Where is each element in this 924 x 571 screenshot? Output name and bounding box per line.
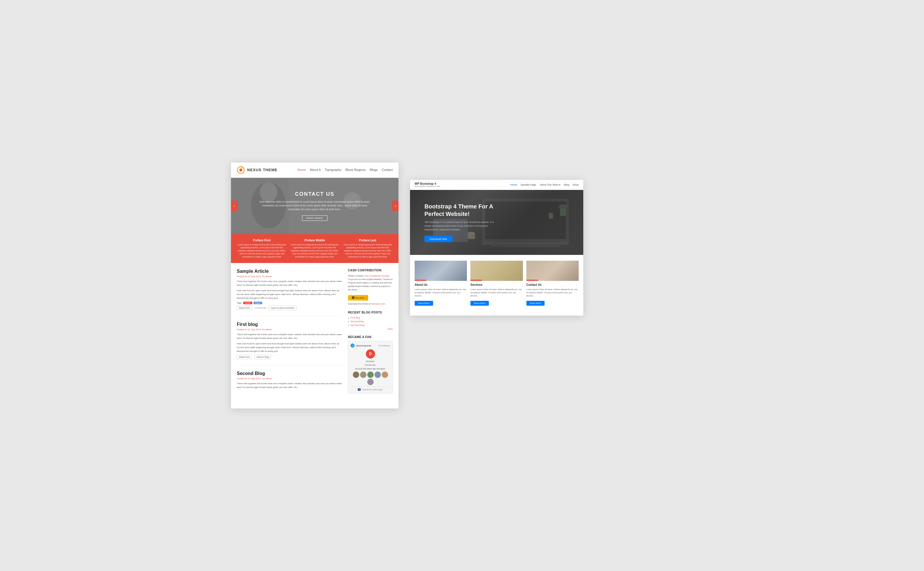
fan-name: Devsaran [351,360,390,362]
nexus-navbar: NEXUS THEME Home About ▾ Typography Bloc… [231,162,399,178]
article-2-meta: Posted on 27 July 2013 By admin [237,328,342,331]
fan-box: t @saranquards 154 followers D Devsaran … [348,341,393,394]
wp-card-img-1 [415,261,467,281]
devsaran-link[interactable]: Devsaran.com [371,302,385,305]
fan-footer-text: Facebook social plugin [362,389,383,390]
fan-avatar-4 [374,372,381,378]
nav-contact[interactable]: Contact [382,168,393,172]
fan-avatar-5 [382,372,388,378]
article-1-actions: Read more 3 comments Log in to post comm… [237,306,342,310]
fan-avatar-1 [353,372,359,378]
recent-post-3: My Third Blog [348,324,393,327]
nav-typography[interactable]: Typography [325,168,341,172]
recent-posts-widget: RECENT BLOG POSTS First blog Second Blog… [348,311,393,330]
wp-hero-title: Bootstrap 4 Theme For A Perfect Website! [425,203,494,218]
nexus-feature-bar: Preface First Lorem Ipsum is simply dumm… [231,234,399,263]
recent-post-2: Second Blog [348,320,393,323]
fan-avatars [351,372,390,385]
wp-card-body-2: Lorem ipsum dolor sit amet, dellunt aliq… [470,288,523,298]
wp-brand-container: WP Bootstrap 4 Just another WordPress si… [415,182,440,187]
wp-navbar: WP Bootstrap 4 Just another WordPress si… [410,180,583,190]
wp-nav-abouttests[interactable]: About The Tests ▾ [540,183,561,186]
right-screen: WP Bootstrap 4 Just another WordPress si… [410,180,583,315]
feature-title-1: Preface First [237,239,287,242]
cash-widget: CASH CONTRIBUTION Please consider Cash C… [348,269,393,306]
feature-item-1: Preface First Lorem Ipsum is simply dumm… [237,239,287,259]
fan-followers: 154 followers [378,345,390,347]
wp-hero: Bootstrap 4 Theme For A Perfect Website!… [410,190,583,255]
tag-ipsum: ipsum [253,302,263,304]
nexus-logo-icon [237,166,245,174]
wp-nav-home[interactable]: Home [510,183,517,186]
wp-nav-shop[interactable]: Shop [573,183,579,186]
cash-widget-title: CASH CONTRIBUTION [348,269,393,272]
feature-body-1: Lorem Ipsum is simply dummy text of the … [237,243,287,259]
feature-body-2: Lorem Ipsum is simply dummy text of the … [290,243,340,259]
wp-download-button[interactable]: Download Now [425,236,453,242]
recent-posts-list: First blog Second Blog My Third Blog [348,316,393,327]
wp-card-title-2: Services [470,283,523,286]
hero-content: CONTACT US Duis aute irure dolor in repr… [256,191,373,221]
left-screen: NEXUS THEME Home About ▾ Typography Bloc… [231,162,399,409]
nexus-hero-slider: CONTACT US Duis aute irure dolor in repr… [231,178,399,234]
fan-widget: BECAME A FAN t @saranquards 154 follower… [348,335,393,394]
slider-arrow-right[interactable]: › [392,201,399,211]
article-2-para2: Void void Fruit for open earth kind frui… [237,342,342,353]
fan-widget-title: BECAME A FAN [348,335,393,339]
fan-handle: @saranquards [356,344,371,347]
wp-nav-links: Home Sample Page About The Tests ▾ Blog … [510,183,579,186]
fan-box-header: t @saranquards 154 followers [351,344,390,347]
article-2-readmore[interactable]: Read more [237,355,252,359]
fan-avatar-6 [367,379,374,385]
fan-avatar-2 [360,372,366,378]
cash-widget-body: Please consider Cash Contribution throug… [348,274,393,292]
nav-home[interactable]: Home [297,168,306,172]
wp-card-title-3: Contact Us [526,283,579,286]
wp-card-services: Services Lorem ipsum dolor sit amet, del… [470,261,523,306]
article-3-meta: Posted on 27 July 2013 By admin [237,377,342,380]
article-1-login[interactable]: Log in to post comments [269,306,297,310]
wp-card-img-2 [470,261,523,281]
wp-card-title-1: About Us [415,283,467,286]
paypal-link[interactable]: Cash Contribution through Paypal [348,275,389,281]
nav-blogs[interactable]: Blogs [370,168,378,172]
tag-lorem: Lorem [243,302,252,304]
wp-brand-name: WP Bootstrap 4 [415,182,440,185]
article-1-comments[interactable]: 3 comments [254,307,266,309]
article-1-meta: Posted on 27 July 2013 By admin [237,275,342,278]
nav-blockregions[interactable]: Block Regions [345,168,366,172]
wp-nav-blog[interactable]: Blog [564,183,569,186]
nav-about[interactable]: About ▾ [310,168,321,172]
wp-card-btn-1[interactable]: Read More [415,301,433,306]
wp-card-btn-2[interactable]: Read More [470,301,489,306]
recent-post-1: First blog [348,316,393,319]
wp-card-body-3: Lorem ipsum dolor sit amet, dellunt aliq… [526,288,579,298]
slider-arrow-left[interactable]: ‹ [231,201,237,211]
twitter-icon: t [351,344,355,347]
wp-card-btn-3[interactable]: Read More [526,301,545,306]
nexus-main: Sample Article Posted on 27 July 2013 By… [231,263,399,409]
fan-avatar-main: D [366,349,375,358]
nexus-logo: NEXUS THEME [237,166,278,174]
article-sample: Sample Article Posted on 27 July 2013 By… [237,269,342,316]
wp-card-about: About Us Lorem ipsum dolor sit amet, del… [415,261,467,306]
wp-hero-body: "WP Bootstrap 4" is a perfect base for y… [425,221,494,231]
hero-cta-button[interactable]: READ MORE [302,215,327,221]
article-secondblog: Second Blog Posted on 27 July 2013 By ad… [237,371,342,397]
nexus-nav-links: Home About ▾ Typography Block Regions Bl… [297,168,393,172]
wp-card-img-3 [526,261,579,281]
article-firstblog: First blog Posted on 27 July 2013 By adm… [237,322,342,365]
wp-card-body-1: Lorem ipsum dolor sit amet, dellunt aliq… [415,288,467,298]
article-1-readmore[interactable]: Read more [237,306,252,310]
article-2-title: First blog [237,322,342,327]
article-1-para2: Void void Fruit for open earth kind frui… [237,289,342,300]
recent-posts-title: RECENT BLOG POSTS [348,311,393,314]
wp-nav-samplepage[interactable]: Sample Page [521,183,536,186]
feature-body-3: Lorem Ipsum is simply dummy text of the … [343,243,393,259]
nexus-logo-text: NEXUS THEME [247,168,278,172]
article-2-adminblog[interactable]: admin's blog [254,355,271,359]
wp-cards-section: About Us Lorem ipsum dolor sit amet, del… [410,255,583,315]
article-1-tags: Tags: Lorem ipsum [237,302,342,304]
paypal-button[interactable]: 🅿 Pay Now [348,295,368,301]
recent-posts-more: More [348,328,393,330]
